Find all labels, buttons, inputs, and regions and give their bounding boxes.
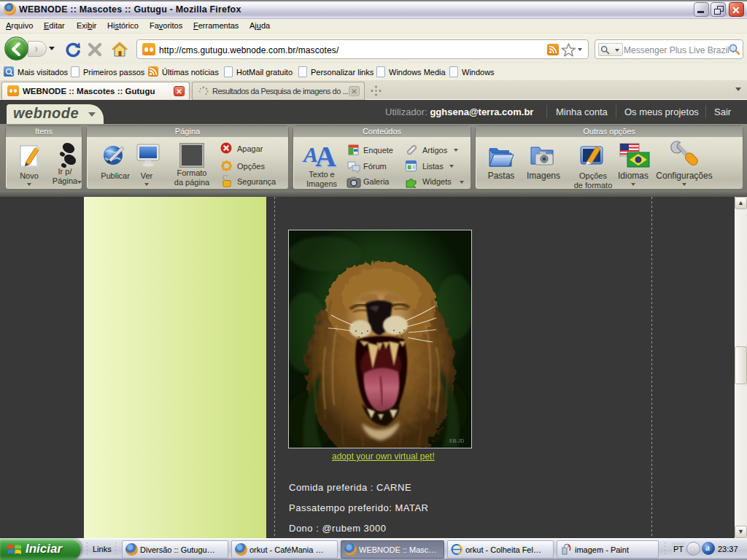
svg-text:EB-JD: EB-JD: [449, 438, 464, 443]
